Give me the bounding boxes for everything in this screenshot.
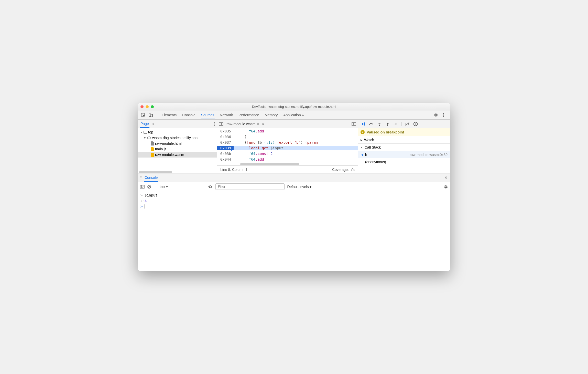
file-icon <box>151 147 154 151</box>
tree-file[interactable]: raw-module.wasm <box>138 152 217 158</box>
main-toolbar: ElementsConsoleSourcesNetworkPerformance… <box>138 110 450 120</box>
tab-sources[interactable]: Sources <box>201 111 215 119</box>
console-row: >$input <box>138 192 450 198</box>
section-label: Watch <box>364 138 374 142</box>
toggle-navigator-icon[interactable] <box>219 122 223 126</box>
code-line[interactable]: 0x036 ) <box>217 134 358 140</box>
settings-icon[interactable] <box>433 112 439 118</box>
input-cursor <box>145 204 145 209</box>
filter-input[interactable] <box>215 183 285 190</box>
tree-top-frame[interactable]: ▼ top <box>138 129 217 135</box>
svg-point-7 <box>214 123 215 124</box>
more-icon[interactable] <box>440 112 447 118</box>
tree-label: raw-module.wasm <box>155 153 184 157</box>
step-icon[interactable] <box>392 121 399 127</box>
panel-tabs: ElementsConsoleSourcesNetworkPerformance… <box>161 111 301 119</box>
editor-file-tab[interactable]: raw-module.wasm × <box>225 121 261 127</box>
tree-file[interactable]: raw-module.html <box>138 141 217 146</box>
current-frame-icon: ➜ <box>361 153 364 157</box>
svg-point-17 <box>394 123 395 124</box>
console-toolbar: top ▾ Default levels ▾ <box>138 182 450 191</box>
svg-point-3 <box>443 113 444 114</box>
tree-label: wasm-dbg-stories.netlify.app <box>152 136 198 140</box>
devtools-window: DevTools - wasm-dbg-stories.netlify.app/… <box>138 103 450 271</box>
console-marker: ‹· <box>140 199 145 203</box>
console-text: $input <box>145 193 158 197</box>
close-drawer-icon[interactable]: ✕ <box>444 175 448 180</box>
drawer-tab-console[interactable]: Console <box>144 174 158 182</box>
svg-point-8 <box>214 125 215 126</box>
resume-icon[interactable] <box>360 121 367 127</box>
disclosure-triangle-icon: ▼ <box>361 146 363 149</box>
gutter-addr: 0x037 <box>217 140 234 144</box>
stack-frame[interactable]: ➜braw-module.wasm:0x39 <box>358 151 450 158</box>
context-selector[interactable]: top ▾ <box>158 184 169 189</box>
tab-network[interactable]: Network <box>219 111 233 119</box>
step-out-icon[interactable] <box>384 121 391 127</box>
watch-section[interactable]: ▶ Watch <box>358 136 450 144</box>
section-label: Call Stack <box>365 145 381 149</box>
code-line[interactable]: 0x037 (func $b (;1;) (export "b") (param <box>217 140 358 145</box>
frame-icon <box>144 131 147 134</box>
svg-point-21 <box>140 176 141 177</box>
cloud-icon <box>147 136 151 140</box>
separator <box>431 112 431 118</box>
toggle-debugger-icon[interactable] <box>352 122 356 126</box>
info-icon: i <box>361 130 365 134</box>
editor-statusbar: Line 8, Column 1 Coverage: n/a <box>217 165 358 173</box>
console-settings-icon[interactable] <box>443 184 448 189</box>
console-sidebar-icon[interactable] <box>140 185 145 189</box>
titlebar: DevTools - wasm-dbg-stories.netlify.app/… <box>138 103 450 110</box>
deactivate-breakpoints-icon[interactable] <box>404 121 411 127</box>
svg-point-6 <box>214 122 215 123</box>
log-levels-selector[interactable]: Default levels ▾ <box>287 185 311 189</box>
code-line[interactable]: 0x03b f64.const 2 <box>217 151 358 157</box>
tab-performance[interactable]: Performance <box>238 111 259 119</box>
stack-frame[interactable]: (anonymous) <box>358 158 450 165</box>
console-output[interactable]: >$input‹·4> <box>138 191 450 271</box>
drawer-more-icon[interactable] <box>140 176 141 180</box>
cursor-position: Line 8, Column 1 <box>220 168 247 172</box>
navigator-tab-page[interactable]: Page <box>140 120 149 128</box>
navigator-tabs: Page » <box>138 120 217 128</box>
svg-rect-19 <box>415 123 416 125</box>
tab-console[interactable]: Console <box>182 111 196 119</box>
step-over-icon[interactable] <box>368 121 375 127</box>
main-area: Page » ▼ top ▼ wasm-dbg-stories.netlify.… <box>138 120 450 173</box>
debugger-pane: i Paused on breakpoint ▶ Watch ▼ Call St… <box>358 120 450 173</box>
gutter-addr: 0x03b <box>217 152 234 156</box>
tab-application[interactable]: Application <box>283 111 301 119</box>
window-title: DevTools - wasm-dbg-stories.netlify.app/… <box>138 105 450 109</box>
navigator-more-icon[interactable] <box>214 122 215 126</box>
code-text: f64.const 2 <box>234 152 358 156</box>
callstack-section[interactable]: ▼ Call Stack <box>358 144 450 151</box>
drawer-tabs: Console ✕ <box>138 173 450 182</box>
code-line[interactable]: 0x044 f64.add <box>217 157 358 162</box>
inspect-icon[interactable] <box>140 112 146 118</box>
gutter-addr: 0x044 <box>217 157 234 161</box>
tree-domain[interactable]: ▼ wasm-dbg-stories.netlify.app <box>138 135 217 141</box>
step-into-icon[interactable] <box>376 121 383 127</box>
pause-exceptions-icon[interactable] <box>412 121 419 127</box>
tab-memory[interactable]: Memory <box>264 111 278 119</box>
editor-overflow[interactable]: » <box>262 122 264 126</box>
console-marker: > <box>140 204 145 209</box>
context-label: top <box>160 185 165 189</box>
code-line[interactable]: 0x035 f64.add <box>217 128 358 134</box>
console-marker: > <box>140 193 145 197</box>
disclosure-triangle-icon: ▶ <box>361 139 363 141</box>
device-icon[interactable] <box>148 112 154 118</box>
clear-console-icon[interactable] <box>147 185 151 189</box>
tree-file[interactable]: main.js <box>138 146 217 152</box>
code-line[interactable]: 0x039 local.get $input <box>217 145 358 151</box>
navigator-overflow[interactable]: » <box>153 122 154 126</box>
live-expression-icon[interactable] <box>208 185 213 189</box>
code-editor[interactable]: 0x035 f64.add0x036 )0x037 (func $b (;1;)… <box>217 128 358 162</box>
tab-elements[interactable]: Elements <box>161 111 177 119</box>
navigator-scrollbar[interactable] <box>138 171 217 173</box>
console-text: 4 <box>145 199 147 203</box>
tabs-overflow[interactable]: » <box>301 111 304 119</box>
close-tab-icon[interactable]: × <box>257 122 259 126</box>
code-text: f64.add <box>234 129 358 133</box>
editor-scrollbar[interactable] <box>217 162 358 165</box>
